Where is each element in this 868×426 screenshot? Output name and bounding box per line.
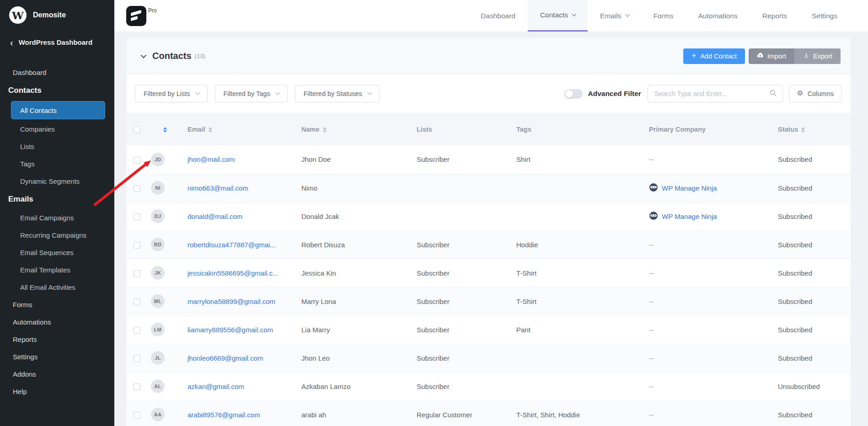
sidebar-item[interactable]: Email Sequences <box>0 244 114 261</box>
company-empty-value: -- <box>649 155 654 163</box>
sidebar-item[interactable]: Help <box>0 383 114 400</box>
email-link[interactable]: donald@mail.com <box>188 213 242 220</box>
row-checkbox[interactable] <box>134 327 140 334</box>
nav-item[interactable]: Reports <box>750 0 799 32</box>
row-checkbox[interactable] <box>134 270 140 277</box>
sidebar-item[interactable]: Dashboard <box>0 64 114 81</box>
sidebar-item[interactable]: Tags <box>0 155 114 172</box>
name-column-header[interactable]: Name <box>294 113 409 145</box>
sidebar-item[interactable]: Addons <box>0 365 114 383</box>
sort-icon[interactable] <box>801 127 805 133</box>
avatar[interactable]: JD <box>151 153 165 166</box>
sidebar-item[interactable]: Reports <box>0 330 114 348</box>
email-link[interactable]: liamarry889556@gmail.com <box>188 326 273 334</box>
email-link[interactable]: jessicakin5586695@gmail.c... <box>188 269 279 277</box>
sidebar-item[interactable]: Recurring Campaigns <box>0 226 114 244</box>
nav-item[interactable]: Automations <box>686 0 750 32</box>
app-window: W Demosite ‹ WordPress Dashboard Dashboa… <box>0 0 868 426</box>
company-empty-value: -- <box>649 241 654 249</box>
sidebar-item[interactable]: Automations <box>0 313 114 330</box>
columns-button[interactable]: Columns <box>789 85 841 102</box>
avatar[interactable]: JK <box>151 266 165 280</box>
search-icon[interactable] <box>769 89 777 99</box>
company-link-text[interactable]: WP Manage Ninja <box>662 213 717 220</box>
sidebar-item[interactable]: Dynamic Segments <box>0 172 114 190</box>
tags-cell: Shirt <box>509 145 641 174</box>
search-input[interactable] <box>654 90 769 97</box>
sort-icon[interactable] <box>209 127 212 133</box>
row-checkbox[interactable] <box>134 242 140 249</box>
company-link-text[interactable]: WP Manage Ninja <box>662 184 717 192</box>
avatar[interactable]: AA <box>151 408 165 421</box>
nav-item[interactable]: Forms <box>641 0 686 32</box>
row-checkbox[interactable] <box>134 157 140 164</box>
email-link[interactable]: jhon@mail.com <box>188 155 235 163</box>
nav-item[interactable]: Dashboard <box>468 0 528 32</box>
email-link[interactable]: jhonleo6669@gmail.com <box>188 354 263 362</box>
avatar[interactable]: AL <box>151 379 165 393</box>
advanced-filter-label: Advanced Filter <box>588 90 641 98</box>
import-export-group: Import Export <box>749 48 841 64</box>
avatar-sort-icon[interactable] <box>163 127 167 133</box>
company-empty-value: -- <box>649 269 654 277</box>
sidebar-item[interactable]: All Email Activities <box>0 278 114 296</box>
row-checkbox[interactable] <box>134 185 140 192</box>
import-button[interactable]: Import <box>749 48 795 64</box>
site-name: Demosite <box>33 11 66 19</box>
sidebar-item-label: All Email Activities <box>20 283 75 291</box>
fluentcrm-topbar: Pro Dashboard Contacts Emails <box>114 0 868 32</box>
advanced-filter-toggle[interactable] <box>564 89 583 99</box>
table-row: NI nimo663@mail.com Nimo <box>126 174 851 202</box>
avatar[interactable]: DJ <box>151 209 165 223</box>
filter-lists-dropdown[interactable]: Filtered by Lists <box>135 85 208 102</box>
back-to-wp-dashboard[interactable]: ‹ WordPress Dashboard <box>0 38 114 46</box>
nav-item[interactable]: Settings <box>799 0 850 32</box>
avatar[interactable]: NI <box>151 181 165 195</box>
email-link[interactable]: nimo663@mail.com <box>188 184 248 192</box>
filter-tags-dropdown[interactable]: Filtered by Tags <box>215 85 288 102</box>
email-link[interactable]: robertdisuza477887@gmai... <box>188 241 276 249</box>
sidebar-item-label: Lists <box>20 143 34 150</box>
sidebar-item[interactable]: Lists <box>0 138 114 155</box>
company-link[interactable]: WP Manage Ninja <box>649 211 717 222</box>
sidebar-item[interactable]: Settings <box>0 348 114 365</box>
nav-item[interactable]: Emails <box>588 0 641 32</box>
fluentcrm-logo-icon[interactable] <box>126 6 146 26</box>
avatar[interactable]: ML <box>151 294 165 308</box>
avatar[interactable]: LM <box>151 323 165 336</box>
company-link[interactable]: WP Manage Ninja <box>649 183 717 193</box>
lists-cell: Subscriber <box>409 230 509 259</box>
collapse-chevron-icon[interactable] <box>141 53 147 59</box>
sidebar-item[interactable]: All Contacts <box>11 101 105 119</box>
sort-icon[interactable] <box>323 127 327 133</box>
sidebar-item[interactable]: Contacts <box>0 81 114 100</box>
sidebar-item[interactable]: Forms <box>0 296 114 313</box>
avatar[interactable]: JL <box>151 351 165 365</box>
toggle-knob <box>565 90 573 98</box>
status-column-header[interactable]: Status <box>770 113 851 145</box>
row-checkbox[interactable] <box>134 355 140 362</box>
sidebar-item-label: Recurring Campaigns <box>20 231 86 239</box>
export-button[interactable]: Export <box>795 48 841 64</box>
row-checkbox[interactable] <box>134 412 140 419</box>
add-contact-button[interactable]: + Add Contact <box>683 48 745 64</box>
email-link[interactable]: marrylona58899@gmail.com <box>188 298 275 305</box>
sidebar-item[interactable]: Companies <box>0 120 114 138</box>
email-link[interactable]: azkan@gmail.com <box>188 383 244 390</box>
site-header: W Demosite <box>0 0 114 24</box>
sidebar-item[interactable]: Email Campaigns <box>0 209 114 226</box>
avatar[interactable]: RD <box>151 238 165 251</box>
filter-statuses-dropdown[interactable]: Filtered by Statuses <box>295 85 380 102</box>
email-link[interactable]: arabi89576@gmail.com <box>188 411 260 419</box>
row-checkbox[interactable] <box>134 298 140 305</box>
row-checkbox[interactable] <box>134 213 140 220</box>
sidebar-item[interactable]: Email Templates <box>0 261 114 278</box>
sidebar-item[interactable]: Emails <box>0 190 114 209</box>
name-cell: Jessica Kin <box>294 259 409 287</box>
select-all-checkbox[interactable] <box>134 126 140 133</box>
name-cell: arabi ah <box>294 400 409 426</box>
email-column-header[interactable]: Email <box>179 113 294 145</box>
nav-item[interactable]: Contacts <box>528 0 588 32</box>
wordpress-logo-icon[interactable]: W <box>9 6 27 24</box>
row-checkbox[interactable] <box>134 383 140 390</box>
